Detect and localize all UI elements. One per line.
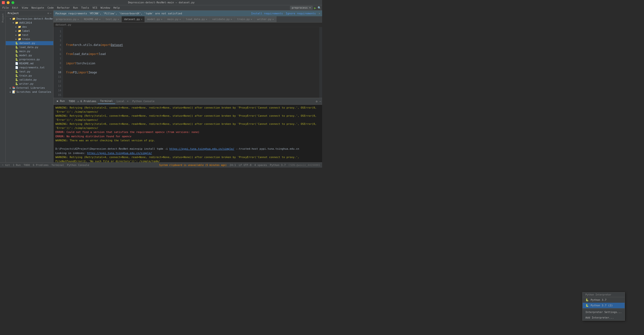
sidebar-item-avec2014[interactable]: ▾ 📁 AVEC2014	[6, 21, 53, 25]
sidebar-item-external-libraries[interactable]: ▸ 📚 External Libraries	[6, 86, 53, 90]
git-icon: ⑃	[2, 164, 4, 167]
breadcrumb: dataset.py	[54, 23, 322, 27]
tab-close-main[interactable]: ✕	[180, 18, 181, 21]
tab-preprocess-py[interactable]: preprocess.py ✕	[54, 16, 82, 22]
terminal-prompt-line: D:\Projects\AIProject\Depression-detect-…	[56, 147, 320, 151]
sidebar-item-readme-md[interactable]: ▸ 📄 README.md	[6, 62, 53, 66]
tab-close-test[interactable]: ✕	[118, 18, 119, 21]
sidebar-item-test-py[interactable]: ▸ 🐍 test.py	[6, 70, 53, 74]
sidebar-item-train-py[interactable]: ▸ 🐍 train.py	[6, 74, 53, 78]
minimize-btn[interactable]	[7, 1, 10, 4]
tab-close-load-data[interactable]: ✕	[206, 18, 207, 21]
close-btn[interactable]	[2, 1, 5, 4]
sidebar-item-load-data-py[interactable]: ▸ 🐍 load_data.py	[6, 45, 53, 49]
tab-train-py[interactable]: train.py ✕	[235, 16, 255, 22]
add-terminal-btn[interactable]: +	[126, 99, 130, 104]
menu-edit[interactable]: Edit	[11, 6, 20, 10]
search-button[interactable]: 🔍	[318, 6, 321, 10]
sidebar-item-validate-py[interactable]: ▸ 🐍 validate.py	[6, 78, 53, 82]
vertical-tabs: Project	[0, 11, 6, 162]
pypi-link[interactable]: https://pypi.tuna.tsinghua.edu.cn/simple…	[170, 147, 234, 150]
menu-tools[interactable]: Tools	[80, 6, 90, 10]
code-editor[interactable]: 1 2 3 4 5 6 7 8 9 10 11 12 13	[54, 27, 322, 98]
title-bar: Depression-detect-ResNet-main – dataset.…	[0, 0, 322, 5]
tab-close-dataset[interactable]: ✕	[141, 18, 142, 21]
tab-close-validate[interactable]: ✕	[230, 18, 232, 21]
todo-tab[interactable]: TODO	[68, 99, 76, 104]
install-requirements-btn[interactable]: Install requirements	[251, 12, 283, 15]
sidebar-item-preprocess-py[interactable]: ▸ 🐍 preprocess.py	[6, 57, 53, 62]
status-encoding[interactable]: LF UTF-8	[239, 164, 252, 167]
tab-close-readme[interactable]: ✕	[99, 18, 100, 21]
tab-load-data-py[interactable]: load_data.py ✕	[184, 16, 210, 22]
index-link[interactable]: https://pypi.tuna.tsinghua.edu.cn/simple…	[87, 152, 152, 155]
terminal-line: WARNING: Retrying (Retry(total=4, connec…	[56, 155, 320, 162]
menu-bar: File Edit View Navigate Code Refactor Ru…	[0, 5, 322, 11]
menu-view[interactable]: View	[20, 6, 30, 10]
sidebar-item-label[interactable]: ▸ 📁 label	[6, 29, 53, 33]
menu-refactor[interactable]: Refactor	[56, 6, 71, 10]
code-content[interactable]: from torch.utils.data import Dataset fro…	[63, 27, 319, 98]
maximize-btn[interactable]	[12, 1, 14, 4]
status-indent[interactable]: 4 spaces	[254, 164, 267, 167]
editor-tabs: preprocess.py ✕ README.md ✕ test.py ✕ da…	[54, 16, 322, 23]
sidebar-item-scratches[interactable]: ▸ 📝 Scratches and Consoles	[6, 90, 53, 94]
project-vert-tab[interactable]: Project	[1, 12, 4, 24]
menu-vcs[interactable]: VCS	[91, 6, 99, 10]
status-python-console[interactable]: Python Console	[67, 164, 89, 167]
tab-validate-py[interactable]: validate.py ✕	[210, 16, 235, 22]
run-config-dropdown[interactable]: preprocess ▾	[290, 6, 312, 10]
status-problems[interactable]: 6 Problems	[33, 164, 48, 167]
tab-writer-py[interactable]: writer.py ✕	[255, 16, 276, 22]
sidebar-item-test-folder[interactable]: ▸ 📁 test	[6, 33, 53, 37]
window-title: Depression-detect-ResNet-main – dataset.…	[128, 1, 194, 4]
sidebar-settings-icon[interactable]: ⚙	[48, 12, 49, 15]
status-run[interactable]: 1 Run	[13, 164, 21, 167]
status-git[interactable]: ⑃ Git	[2, 164, 10, 167]
menu-code[interactable]: Code	[46, 6, 55, 10]
menu-file[interactable]: File	[1, 6, 10, 10]
tab-close-preprocess[interactable]: ✕	[78, 18, 79, 21]
terminal-content[interactable]: WARNING: Retrying (Retry(total=2, connec…	[54, 105, 322, 162]
sidebar-item-requirements-txt[interactable]: ▸ 📄 requirements.txt	[6, 66, 53, 70]
sidebar-item-dev[interactable]: ▸ 📁 dev	[6, 25, 53, 29]
sidebar-item-dataset-py[interactable]: ▸ 🐍 dataset.py	[6, 41, 53, 45]
tab-close-train[interactable]: ✕	[251, 18, 252, 21]
problems-tab[interactable]: ⚠ 6 Problems	[76, 99, 97, 104]
tab-close-writer[interactable]: ✕	[272, 18, 274, 21]
terminal-settings-icon[interactable]: ⚙	[316, 100, 318, 103]
tab-dataset-py[interactable]: dataset.py ✕	[122, 16, 145, 22]
menu-window[interactable]: Window	[99, 6, 112, 10]
status-todo[interactable]: TODO	[24, 164, 30, 167]
sidebar-item-train-folder[interactable]: ▸ 📁 train	[6, 37, 53, 41]
sidebar-item-root[interactable]: ▾ 📁 Depression-detect-ResNet-main	[6, 17, 53, 21]
sidebar-collapse-icon[interactable]: —	[50, 12, 52, 15]
ignore-requirements-btn[interactable]: Ignore requirements	[286, 12, 316, 15]
bottom-tabs: ▶ Run TODO ⚠ 6 Problems Terminal Local +…	[54, 98, 322, 105]
terminal-minimize-icon[interactable]: —	[320, 100, 321, 103]
notification-close-icon[interactable]: ✕	[318, 12, 320, 15]
local-label[interactable]: Local	[116, 99, 126, 104]
run-button[interactable]: ▶	[314, 6, 316, 10]
status-line-col[interactable]: 24:1	[230, 164, 236, 167]
sidebar-item-model-py[interactable]: ▸ 🐍 model.py	[6, 53, 53, 57]
terminal-line: WARNING: Retrying (Retry(total=0, connec…	[56, 122, 320, 130]
tab-model-py[interactable]: model.py ✕	[145, 16, 165, 22]
sidebar-item-main-py[interactable]: ▸ 🐍 main.py	[6, 49, 53, 53]
tab-main-py[interactable]: main.py ✕	[165, 16, 183, 22]
tab-readme-md[interactable]: README.md ✕	[82, 16, 103, 22]
terminal-tab[interactable]: Terminal	[98, 99, 115, 104]
status-terminal[interactable]: Terminal	[52, 164, 64, 167]
terminal-line: ERROR: No matching distribution found fo…	[56, 135, 320, 139]
run-tab[interactable]: ▶ Run	[54, 99, 67, 104]
notification-bar: Package requirements 'MTCNN', 'Pillow', …	[54, 11, 322, 16]
sidebar-item-writer-py[interactable]: ▸ 🐍 writer.py	[6, 82, 53, 86]
terminal-line: Looking in indexes: https://pypi.tuna.ts…	[56, 151, 320, 155]
tab-close-model[interactable]: ✕	[161, 18, 162, 21]
menu-navigate[interactable]: Navigate	[30, 6, 46, 10]
menu-help[interactable]: Help	[112, 6, 122, 10]
python-console-tab[interactable]: Python Console	[130, 99, 157, 104]
tab-test-py[interactable]: test.py ✕	[103, 16, 122, 22]
menu-run[interactable]: Run	[72, 6, 79, 10]
status-interpreter[interactable]: Python 3.7	[270, 164, 286, 167]
